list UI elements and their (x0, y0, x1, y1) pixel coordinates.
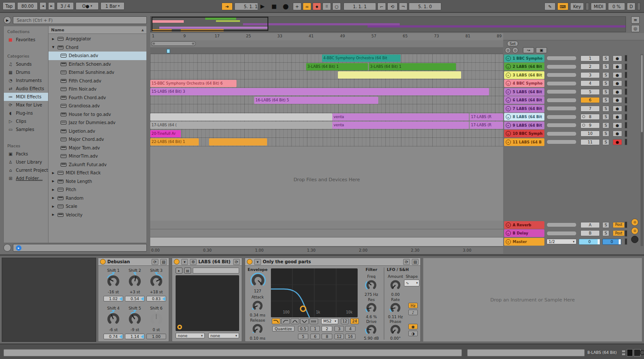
sidebar-item-packs[interactable]: ▣Packs (4, 150, 48, 158)
device-labs[interactable]: ▾ ⚙ LABS (64 Bit) ⟳ ▸ ▤ none▾ none▾ (172, 258, 242, 342)
arrangement-clip[interactable]: venta (332, 113, 469, 121)
quantize-value-button[interactable]: 1 (310, 326, 320, 332)
arrangement-clip[interactable]: 3-LABS (64 Bit) 1 (369, 63, 456, 70)
solo-button[interactable]: S (602, 72, 609, 78)
vertical-scrollbar[interactable] (641, 54, 643, 246)
quantize-value-button[interactable]: 8 (322, 334, 332, 339)
marker-strip[interactable] (150, 40, 503, 47)
device-on-button[interactable] (174, 259, 179, 265)
solo-button[interactable]: S (602, 89, 609, 95)
shift-slider[interactable]: 0.74 (103, 334, 123, 339)
track-header[interactable]: ▸7 LABS (64 Bit7S● (504, 104, 629, 113)
list-file-row[interactable]: Major Chord.adv (49, 135, 146, 144)
sidebar-item-current-project[interactable]: ⌂Current Project (4, 166, 48, 174)
attack-knob[interactable] (251, 299, 264, 313)
overview-toggle-button[interactable]: ≡ (631, 16, 640, 24)
shift-knob[interactable] (149, 311, 164, 328)
folder-arrow-icon[interactable]: ▶ (51, 205, 55, 208)
arrangement-clip[interactable]: 17-LABS (R (470, 122, 503, 129)
master-lane[interactable] (150, 237, 503, 246)
shift-knob[interactable] (149, 274, 164, 290)
shift-slider[interactable]: 0.83 (146, 296, 166, 301)
track-name-cell[interactable]: ▸3 LABS (64 Bit (504, 71, 544, 79)
plugin-dropdown-2[interactable]: none▾ (208, 333, 239, 338)
list-file-row[interactable]: Grandiosa.adv (49, 102, 146, 110)
name-column-header[interactable]: Name (51, 27, 64, 32)
scrub-area[interactable] (150, 47, 503, 54)
track-name-cell[interactable]: ▸A Reverb (504, 221, 544, 229)
track-fader[interactable] (547, 98, 577, 103)
punch-out-button[interactable]: ¬ (399, 3, 407, 10)
slider-handle[interactable] (619, 239, 621, 244)
return-send-button[interactable]: A (580, 222, 600, 228)
track-fader[interactable] (547, 115, 577, 119)
solo-button[interactable]: S (602, 230, 609, 236)
phase-mode-button[interactable]: ◉ (408, 324, 418, 329)
rate-hz-button[interactable]: Hz (408, 303, 418, 308)
post-toggle-button[interactable]: Post (613, 222, 625, 228)
quantize-value-button[interactable]: 16 (345, 334, 355, 339)
track-fader[interactable] (547, 106, 577, 111)
master-volume-slider[interactable]: 0 (602, 239, 621, 245)
hotswap-icon[interactable]: ⟳ (152, 259, 158, 265)
spin-mode-button[interactable]: ◑ (408, 331, 418, 336)
folder-arrow-icon[interactable]: ▶ (51, 188, 55, 192)
next-locator-button[interactable]: ⊙ (512, 47, 518, 53)
arrangement-clip[interactable]: 15-LABS (64 Bit) 3 (150, 88, 489, 95)
track-number-button[interactable]: 5 (580, 89, 600, 95)
list-file-row[interactable]: Debusian.adv (49, 52, 146, 60)
master-header[interactable]: ▸Master1/2▾00 (504, 237, 629, 246)
quantize-value-button[interactable]: 0.5 (298, 326, 308, 332)
hotswap-icon[interactable]: ⟳ (233, 259, 240, 265)
drive-knob[interactable] (365, 323, 378, 337)
track-header[interactable]: ▸4 BBC Sympho4S● (504, 79, 629, 88)
automation-arm-button[interactable]: ◆ (313, 3, 321, 10)
solo-button[interactable]: S (602, 139, 609, 145)
arrangement-overview[interactable] (150, 16, 626, 32)
quantize-value-button[interactable]: 12 (334, 334, 344, 339)
track-number-button[interactable]: 10 (580, 131, 600, 137)
track-5-lane[interactable]: 15-LABS (64 Bit) 3 (150, 88, 503, 96)
track-header[interactable]: ▸5 LABS (64 Bit5S● (504, 88, 629, 96)
folder-arrow-icon[interactable]: ▼ (51, 46, 55, 49)
sidebar-item-favorites[interactable]: ■Favorites (4, 36, 48, 44)
track-number-button[interactable]: 6 (580, 97, 600, 103)
track-fader[interactable] (547, 81, 577, 86)
loop-start-field[interactable]: 1. 1. 1 (343, 3, 376, 10)
slider-handle[interactable] (598, 239, 600, 244)
res-knob[interactable] (365, 301, 378, 315)
device-on-button[interactable] (247, 259, 252, 265)
arrangement-clip[interactable] (338, 71, 461, 79)
track-name-cell[interactable]: ▸Master (504, 238, 544, 246)
midi-map-button[interactable]: MIDI (591, 3, 606, 10)
quantize-button[interactable]: Quantize (272, 326, 295, 332)
track-header[interactable]: ▸10 BBC Symph10S● (504, 130, 629, 138)
arrangement-clip[interactable]: 17-LABS (64 ( (150, 122, 332, 129)
shift-knob[interactable] (106, 311, 121, 328)
loop-end-handle[interactable] (192, 43, 194, 45)
track-7-lane[interactable] (150, 104, 503, 113)
loop-length-field[interactable]: 5. 1. 0 (409, 3, 441, 10)
shift-slider[interactable]: 1.02 (103, 296, 123, 301)
track-number-button[interactable]: 7 (580, 106, 600, 112)
loop-switch-button[interactable]: ⟲ (387, 3, 398, 10)
solo-button[interactable]: S (602, 131, 609, 137)
search-input[interactable]: Search (Ctrl + F) (13, 16, 147, 24)
arm-record-button[interactable]: ● (613, 64, 622, 70)
list-file-row[interactable]: Fourth Chord.adv (49, 94, 146, 102)
clip-view-panel[interactable] (2, 258, 96, 342)
play-button[interactable]: ▶ (258, 1, 267, 11)
bandpass-filter-button[interactable] (291, 318, 299, 324)
list-folder-row[interactable]: ▶Pitch (49, 186, 146, 194)
solo-button[interactable]: S (602, 80, 609, 86)
plugin-dropdown-1[interactable]: none▾ (176, 333, 205, 338)
track-number-button[interactable]: 3 (580, 72, 600, 78)
solo-button[interactable]: S (602, 64, 609, 70)
plugin-play-button[interactable]: ▸ (176, 268, 182, 274)
groove-selector[interactable]: O●▾ (76, 2, 99, 10)
plugin-edit-icon[interactable]: ⚙ (190, 259, 197, 265)
beat-time-ruler[interactable]: 1917253341495765738189 (150, 33, 503, 41)
track-name-cell[interactable]: ▸8 LABS (64 Bit (504, 113, 544, 121)
browser-resize-button[interactable] (3, 244, 11, 252)
arrangement-clip[interactable]: 15-BBC Symphony Orchestra (64 Bit) 6 (150, 80, 237, 87)
